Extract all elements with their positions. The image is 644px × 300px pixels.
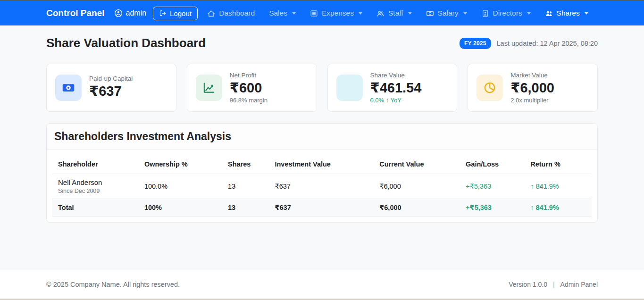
nav-label: Dashboard <box>219 9 255 17</box>
stat-label: Paid-up Capital <box>89 75 133 82</box>
table-header-row: Shareholder Ownership % Shares Investmen… <box>52 156 592 174</box>
logout-button[interactable]: Logout <box>153 7 198 20</box>
people-fill-icon <box>545 9 553 17</box>
nav-label: Sales <box>269 9 287 17</box>
last-updated-text: Last updated: 12 Apr 2025, 08:20 <box>497 40 598 47</box>
nav-label: Expenses <box>322 9 354 17</box>
nav-item-sales[interactable]: Sales <box>269 9 296 17</box>
stat-subtitle: 96.8% margin <box>230 97 268 104</box>
stat-text: Share Value ₹461.54 0.0% ↑ YoY <box>370 72 422 104</box>
fiscal-year-badge: FY 2025 <box>460 38 491 49</box>
cash-icon <box>426 9 434 17</box>
cell-gain: +₹5,363 <box>460 174 525 199</box>
house-icon <box>207 9 215 17</box>
total-investment: ₹637 <box>269 199 374 217</box>
cell-current: ₹6,000 <box>374 174 460 199</box>
col-shareholder: Shareholder <box>52 156 139 174</box>
chevron-down-icon <box>359 12 362 15</box>
cell-return: ↑ 841.9% <box>525 174 592 199</box>
total-ownership: 100% <box>139 199 222 217</box>
shareholder-name: Nell Anderson <box>58 178 133 186</box>
nav-item-salary[interactable]: Salary <box>426 9 467 17</box>
col-ownership: Ownership % <box>139 156 222 174</box>
chevron-down-icon <box>292 12 296 15</box>
stat-text: Net Profit ₹600 96.8% margin <box>230 72 268 104</box>
analysis-title: Shareholders Investment Analysis <box>54 130 590 143</box>
stat-value: ₹600 <box>230 80 268 96</box>
nav-label: Staff <box>388 9 403 17</box>
banknote-icon <box>55 75 82 101</box>
total-gain: +₹5,363 <box>460 199 525 217</box>
page-footer: © 2025 Company Name. All rights reserved… <box>0 270 644 299</box>
stat-text: Market Value ₹6,000 2.0x multiplier <box>510 72 554 104</box>
stat-value: ₹6,000 <box>510 80 554 96</box>
brand-title: Control Panel <box>46 8 105 18</box>
col-shares: Shares <box>222 156 269 174</box>
user-name: admin <box>126 9 147 17</box>
stat-label: Share Value <box>370 72 422 79</box>
cell-ownership: 100.0% <box>139 174 222 199</box>
admin-panel-text: Admin Panel <box>560 281 598 288</box>
table-total-row: Total 100% 13 ₹637 ₹6,000 +₹5,363 ↑ 841.… <box>52 199 592 217</box>
top-navbar: Control Panel admin Logout Dashboard Sal… <box>0 1 644 25</box>
nav-label: Directors <box>493 9 522 17</box>
stat-card-paid-up-capital: Paid-up Capital ₹637 <box>46 64 176 112</box>
stat-card-share-value: Share Value ₹461.54 0.0% ↑ YoY <box>327 64 458 112</box>
table-row: Nell Anderson Since Dec 2009 100.0% 13 ₹… <box>52 174 592 199</box>
share-value-icon-box <box>336 75 363 101</box>
col-investment-value: Investment Value <box>269 156 374 174</box>
nav-item-dashboard[interactable]: Dashboard <box>207 9 255 17</box>
nav-menu: Dashboard Sales Expenses Staff Salary <box>207 9 588 17</box>
pie-chart-icon <box>477 75 503 101</box>
logout-label: Logout <box>170 9 192 17</box>
nav-label: Shares <box>557 9 580 17</box>
analysis-card: Shareholders Investment Analysis Shareho… <box>46 123 598 223</box>
col-current-value: Current Value <box>374 156 460 174</box>
people-icon <box>376 9 385 17</box>
chevron-down-icon <box>463 12 467 15</box>
chevron-down-icon <box>585 12 588 15</box>
analysis-card-body: Shareholder Ownership % Shares Investmen… <box>47 150 597 222</box>
page-header-right: FY 2025 Last updated: 12 Apr 2025, 08:20 <box>460 38 598 49</box>
page-title: Share Valuation Dashboard <box>46 36 206 50</box>
stat-value: ₹461.54 <box>370 80 422 96</box>
stat-subtitle-yoy: 0.0% ↑ YoY <box>370 97 422 104</box>
stat-card-net-profit: Net Profit ₹600 96.8% margin <box>187 64 317 112</box>
total-shares: 13 <box>222 199 269 217</box>
person-circle-icon <box>114 9 123 17</box>
version-text: Version 1.0.0 <box>509 281 547 288</box>
nav-item-staff[interactable]: Staff <box>376 9 412 17</box>
col-return: Return % <box>525 156 592 174</box>
col-gain-loss: Gain/Loss <box>460 156 525 174</box>
card-list-icon <box>310 9 318 17</box>
chevron-down-icon <box>527 12 531 15</box>
footer-divider: | <box>553 281 555 288</box>
person-badge-icon <box>481 9 489 17</box>
cell-investment: ₹637 <box>269 174 374 199</box>
shareholders-table: Shareholder Ownership % Shares Investmen… <box>52 156 592 217</box>
analysis-card-header: Shareholders Investment Analysis <box>47 124 597 150</box>
total-label: Total <box>52 199 139 217</box>
stat-text: Paid-up Capital ₹637 <box>89 75 133 100</box>
nav-item-expenses[interactable]: Expenses <box>310 9 362 17</box>
stat-subtitle: 2.0x multiplier <box>510 97 554 104</box>
stat-label: Market Value <box>510 72 554 79</box>
page-header: Share Valuation Dashboard FY 2025 Last u… <box>46 36 598 50</box>
cell-shareholder: Nell Anderson Since Dec 2009 <box>52 174 139 199</box>
footer-right: Version 1.0.0 | Admin Panel <box>509 281 598 288</box>
graph-up-icon <box>196 75 222 101</box>
stat-card-market-value: Market Value ₹6,000 2.0x multiplier <box>468 64 598 112</box>
total-return: ↑ 841.9% <box>525 199 592 217</box>
nav-label: Salary <box>438 9 459 17</box>
box-arrow-right-icon <box>159 9 167 17</box>
stat-cards-row: Paid-up Capital ₹637 Net Profit ₹600 96.… <box>46 64 598 112</box>
cell-shares: 13 <box>222 174 269 199</box>
shareholder-since: Since Dec 2009 <box>58 188 133 194</box>
nav-item-directors[interactable]: Directors <box>481 9 531 17</box>
chevron-down-icon <box>408 12 412 15</box>
main-content: Share Valuation Dashboard FY 2025 Last u… <box>0 25 644 270</box>
user-menu[interactable]: admin <box>114 9 147 17</box>
copyright-text: © 2025 Company Name. All rights reserved… <box>46 281 180 288</box>
nav-item-shares[interactable]: Shares <box>545 9 588 17</box>
total-current: ₹6,000 <box>374 199 460 217</box>
